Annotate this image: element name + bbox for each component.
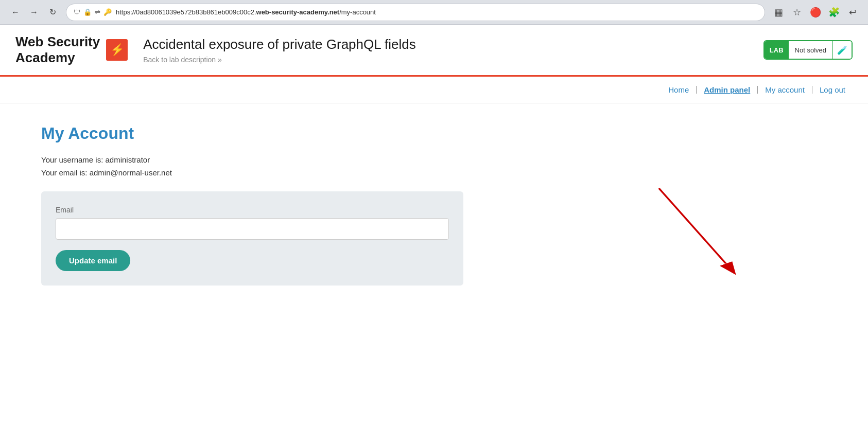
user-info: Your username is: administrator Your ema… [41,155,827,177]
header-center: Accidental exposure of private GraphQL f… [143,37,763,64]
forward-button[interactable]: → [27,5,41,20]
security-icons: 🛡 🔒 ⇌ 🔑 [74,8,112,16]
email-info: Your email is: admin@normal-user.net [41,168,827,177]
site-header: Web Security Academy ⚡ Accidental exposu… [0,25,868,77]
logo-text: Web Security Academy [15,34,100,66]
main-content: My Account Your username is: administrat… [0,103,868,306]
logo-icon: ⚡ [106,39,128,61]
nav-log-out[interactable]: Log out [812,86,853,94]
username-info: Your username is: administrator [41,155,827,164]
profile-icon[interactable]: ↩ [845,5,860,20]
lab-badge-icon: 🧪 [832,41,852,59]
reload-button[interactable]: ↻ [45,5,60,20]
lock-icon: 🔒 [83,8,92,16]
page-title: My Account [41,124,827,143]
lab-badge-status: Not solved [789,41,832,59]
svg-line-1 [659,189,726,264]
shield-icon: 🛡 [74,8,80,16]
lab-badge-label: LAB [765,41,789,59]
nav-home[interactable]: Home [661,86,697,94]
url-text: https://0ad80061039e572b83b861eb009c00c2… [116,8,757,16]
nav-admin-panel[interactable]: Admin panel [697,86,758,94]
qr-icon[interactable]: ▦ [771,5,786,20]
nav-my-account[interactable]: My account [758,86,812,94]
update-email-form: Email Update email [41,191,463,286]
address-bar[interactable]: 🛡 🔒 ⇌ 🔑 https://0ad80061039e572b83b861eb… [66,4,765,21]
email-field-label: Email [56,206,449,214]
lab-title: Accidental exposure of private GraphQL f… [143,37,763,52]
extensions-icon[interactable]: 🧩 [827,5,841,20]
back-to-lab-link[interactable]: Back to lab description » [143,56,763,64]
email-input[interactable] [56,218,449,240]
browser-toolbar: ▦ ☆ 🔴 🧩 ↩ [771,5,860,20]
logo-area: Web Security Academy ⚡ [15,34,128,66]
browser-chrome: ← → ↻ 🛡 🔒 ⇌ 🔑 https://0ad80061039e572b83… [0,0,868,25]
key-icon: 🔑 [103,8,112,16]
back-button[interactable]: ← [8,5,23,20]
site-nav: Home Admin panel My account Log out [0,77,868,103]
notification-icon[interactable]: 🔴 [808,5,823,20]
connection-icon: ⇌ [95,8,100,16]
browser-nav-buttons: ← → ↻ [8,5,60,20]
lab-badge: LAB Not solved 🧪 [763,40,853,60]
update-email-button[interactable]: Update email [56,250,130,271]
bookmark-icon[interactable]: ☆ [790,5,804,20]
